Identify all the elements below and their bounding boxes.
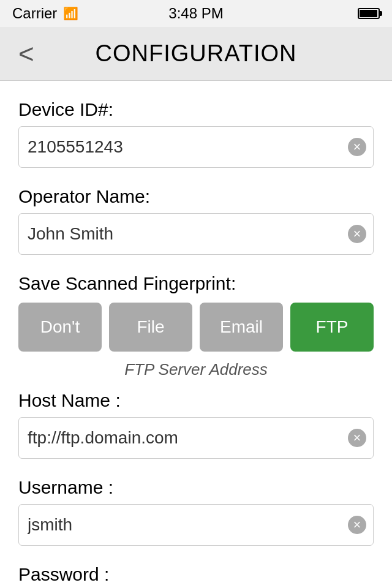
operator-name-clear-button[interactable]	[348, 225, 366, 243]
status-bar: Carrier 📶 3:48 PM	[0, 0, 392, 27]
username-input[interactable]	[18, 504, 374, 546]
fp-dont-button[interactable]: Don't	[18, 303, 102, 352]
device-id-clear-button[interactable]	[348, 138, 366, 156]
content-area: Device ID#: Operator Name: Save Scanned …	[0, 81, 392, 588]
fp-file-button[interactable]: File	[109, 303, 192, 352]
fingerprint-buttons-group: Don't File Email FTP	[18, 303, 374, 352]
device-id-wrapper	[18, 126, 374, 168]
operator-name-wrapper	[18, 213, 374, 255]
ftp-section: Host Name : Username : Password :	[18, 390, 374, 588]
host-name-input[interactable]	[18, 417, 374, 459]
time-label: 3:48 PM	[168, 5, 223, 22]
username-wrapper	[18, 504, 374, 546]
fp-email-button[interactable]: Email	[200, 303, 283, 352]
carrier-label: Carrier	[12, 5, 57, 22]
ftp-subtitle: FTP Server Address	[18, 360, 374, 379]
battery-icon	[358, 8, 380, 19]
operator-name-input[interactable]	[18, 213, 374, 255]
device-id-label: Device ID#:	[18, 99, 374, 120]
fp-ftp-button[interactable]: FTP	[290, 303, 374, 352]
fingerprint-label: Save Scanned Fingerprint:	[18, 273, 374, 294]
wifi-icon: 📶	[63, 6, 78, 21]
back-button[interactable]: <	[12, 37, 40, 70]
host-name-clear-button[interactable]	[348, 429, 366, 447]
page-title: CONFIGURATION	[96, 40, 297, 67]
host-name-label: Host Name :	[18, 390, 374, 411]
operator-name-label: Operator Name:	[18, 186, 374, 207]
username-label: Username :	[18, 477, 374, 498]
password-label: Password :	[18, 564, 374, 585]
fingerprint-section: Save Scanned Fingerprint: Don't File Ema…	[18, 273, 374, 352]
device-id-input[interactable]	[18, 126, 374, 168]
host-name-wrapper	[18, 417, 374, 459]
username-clear-button[interactable]	[348, 516, 366, 534]
nav-bar: < CONFIGURATION	[0, 27, 392, 81]
